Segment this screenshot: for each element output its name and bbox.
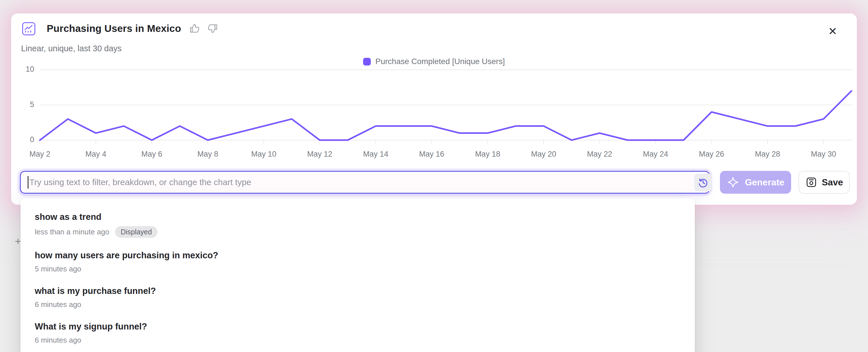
thumbs-down-button[interactable] — [207, 23, 219, 34]
legend-swatch — [363, 58, 371, 65]
close-icon: ✕ — [828, 25, 837, 37]
history-item[interactable]: What is my signup funnel? 6 minutes ago — [21, 315, 695, 351]
history-dropdown: show as a trend less than a minute ago D… — [21, 198, 695, 352]
svg-text:10: 10 — [26, 65, 34, 73]
history-item-time: 5 minutes ago — [35, 264, 81, 274]
svg-text:May 24: May 24 — [643, 150, 669, 158]
svg-text:5: 5 — [30, 100, 34, 109]
svg-text:May 18: May 18 — [475, 150, 500, 158]
history-item[interactable]: what is my purchase funnel? 6 minutes ag… — [21, 280, 695, 315]
generate-button[interactable]: Generate — [720, 171, 791, 194]
svg-text:May 30: May 30 — [811, 150, 836, 158]
thumbs-up-button[interactable] — [188, 23, 200, 34]
history-icon — [697, 177, 709, 189]
page-title: Purchasing Users in Mexico — [47, 23, 181, 34]
legend-item-purchase-completed[interactable]: Purchase Completed [Unique Users] — [363, 57, 505, 66]
svg-text:May 28: May 28 — [755, 150, 780, 158]
history-item-title: What is my signup funnel? — [35, 322, 681, 332]
text-cursor — [28, 176, 29, 189]
chart-legend: Purchase Completed [Unique Users] — [11, 57, 857, 66]
history-button[interactable] — [694, 174, 712, 191]
ai-chart-card: Purchasing Users in Mexico Linear, uniqu… — [11, 14, 857, 204]
history-item-title: how many users are purchasing in mexico? — [35, 250, 681, 261]
legend-label: Purchase Completed [Unique Users] — [375, 57, 505, 66]
history-item-time: 6 minutes ago — [35, 336, 81, 345]
svg-text:May 8: May 8 — [197, 150, 218, 158]
thumbs-up-icon — [188, 23, 200, 34]
svg-text:May 2: May 2 — [29, 150, 51, 158]
chart-subtitle: Linear, unique, last 30 days — [21, 44, 122, 53]
svg-text:0: 0 — [30, 135, 34, 144]
history-item-title: what is my purchase funnel? — [35, 286, 681, 296]
close-button[interactable]: ✕ — [825, 23, 841, 39]
save-label: Save — [822, 177, 843, 188]
svg-text:May 22: May 22 — [587, 150, 612, 158]
save-button[interactable]: Save — [799, 171, 850, 194]
sparkle-icon — [727, 176, 739, 189]
page: Purchasing Users in Mexico Linear, uniqu… — [0, 0, 868, 352]
svg-text:May 26: May 26 — [699, 150, 724, 158]
svg-text:May 16: May 16 — [419, 150, 444, 158]
svg-text:May 4: May 4 — [86, 150, 106, 158]
save-icon — [805, 176, 817, 188]
svg-text:May 20: May 20 — [531, 150, 556, 158]
card-header: Purchasing Users in Mexico Linear, uniqu… — [21, 21, 847, 55]
history-item-time: less than a minute ago — [35, 228, 110, 236]
displayed-badge: Displayed — [115, 226, 158, 238]
svg-text:May 6: May 6 — [141, 150, 162, 158]
svg-text:May 10: May 10 — [251, 150, 277, 158]
history-item-time: 6 minutes ago — [35, 300, 81, 309]
generate-label: Generate — [745, 177, 784, 188]
svg-text:May 12: May 12 — [307, 150, 332, 158]
history-item-title: show as a trend — [35, 212, 681, 222]
history-item[interactable]: show as a trend less than a minute ago D… — [21, 205, 695, 244]
ai-prompt-input[interactable] — [20, 171, 710, 194]
thumbs-down-icon — [207, 23, 219, 34]
insights-chart-icon — [22, 22, 35, 35]
mouse-cursor: + — [15, 235, 21, 248]
svg-text:May 14: May 14 — [363, 150, 389, 158]
history-item[interactable]: how many users are purchasing in mexico?… — [21, 244, 695, 280]
